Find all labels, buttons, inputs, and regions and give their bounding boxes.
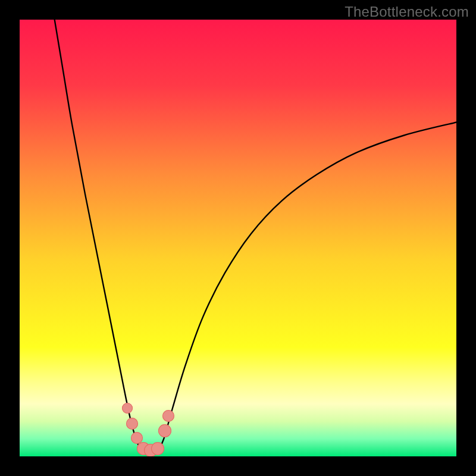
data-marker (158, 424, 171, 437)
watermark-text: TheBottleneck.com (345, 4, 469, 20)
bottleneck-curve (20, 20, 456, 456)
chart-frame: TheBottleneck.com (0, 0, 476, 476)
data-marker (122, 403, 133, 414)
data-marker (162, 410, 174, 422)
data-marker (151, 442, 164, 455)
data-marker (126, 418, 138, 430)
plot-area (20, 20, 456, 456)
